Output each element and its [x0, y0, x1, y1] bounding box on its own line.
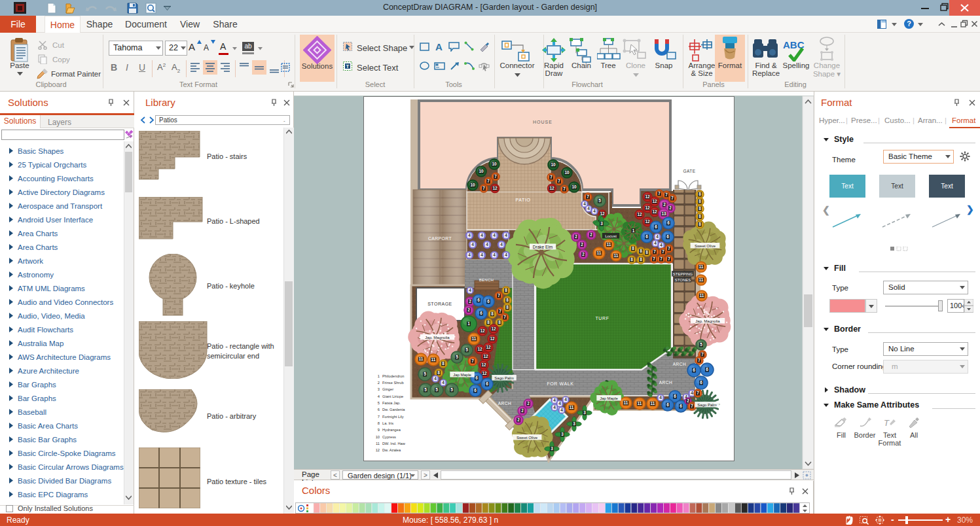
svg-text:5: 5: [424, 387, 427, 392]
svg-text:2: 2: [467, 307, 470, 312]
svg-text:7: 7: [662, 249, 664, 254]
svg-text:TURF: TURF: [595, 316, 609, 321]
svg-text:8: 8: [505, 288, 507, 292]
svg-text:11: 11: [431, 357, 436, 362]
svg-text:12: 12: [486, 345, 491, 349]
svg-text:6: 6: [693, 368, 695, 372]
svg-text:6: 6: [486, 381, 488, 386]
svg-text:Jap. Magnolia: Jap. Magnolia: [425, 336, 450, 340]
svg-text:Sweet Olive: Sweet Olive: [695, 244, 716, 248]
svg-text:8: 8: [630, 257, 633, 262]
svg-text:8: 8: [645, 250, 648, 254]
svg-text:11: 11: [700, 293, 704, 298]
svg-text:8: 8: [699, 199, 701, 203]
svg-text:3: 3: [600, 221, 603, 226]
svg-text:4: 4: [505, 233, 507, 237]
svg-text:Dw. Azalea: Dw. Azalea: [382, 448, 401, 452]
svg-text:12: 12: [480, 328, 485, 333]
svg-text:1: 1: [378, 374, 380, 378]
svg-text:CARPORT: CARPORT: [428, 236, 452, 241]
svg-text:12: 12: [483, 354, 488, 359]
svg-text:7: 7: [499, 309, 501, 313]
svg-text:5: 5: [378, 401, 380, 405]
svg-text:9: 9: [378, 428, 380, 432]
svg-text:7: 7: [653, 249, 656, 254]
svg-text:Frinse Shrub: Frinse Shrub: [382, 381, 404, 385]
svg-text:6: 6: [475, 376, 478, 380]
svg-text:8: 8: [699, 206, 701, 211]
svg-text:FOR WALK: FOR WALK: [547, 381, 573, 386]
svg-text:Locust: Locust: [605, 234, 617, 238]
svg-text:Fortnight Lily: Fortnight Lily: [382, 415, 404, 419]
svg-text:7: 7: [698, 358, 700, 362]
svg-text:Dw. Gardenia: Dw. Gardenia: [382, 408, 405, 412]
svg-text:4: 4: [468, 233, 471, 237]
svg-text:6: 6: [700, 380, 702, 385]
svg-text:T: T: [884, 418, 890, 428]
svg-text:Fatsia Jap.: Fatsia Jap.: [382, 401, 401, 405]
svg-text:8: 8: [506, 298, 509, 302]
svg-text:12: 12: [492, 186, 498, 190]
svg-text:3: 3: [583, 410, 586, 415]
svg-text:Giant Liriope: Giant Liriope: [382, 394, 403, 398]
svg-text:8: 8: [437, 370, 440, 375]
svg-text:4: 4: [560, 408, 563, 412]
svg-text:PATIO: PATIO: [516, 198, 531, 202]
svg-text:DW. Ind. Haw: DW. Ind. Haw: [382, 442, 406, 446]
svg-text:6: 6: [674, 394, 676, 398]
svg-text:4: 4: [583, 202, 586, 206]
svg-text:7: 7: [658, 191, 661, 196]
svg-text:11: 11: [607, 242, 611, 247]
svg-text:11: 11: [651, 401, 655, 406]
svg-text:2: 2: [517, 417, 520, 422]
svg-text:8: 8: [491, 311, 494, 316]
svg-text:5: 5: [450, 387, 453, 392]
svg-text:7: 7: [550, 175, 553, 179]
svg-text:10: 10: [551, 162, 556, 167]
svg-text:6: 6: [645, 234, 648, 239]
svg-text:13: 13: [661, 211, 666, 216]
svg-text:7: 7: [668, 246, 670, 251]
svg-text:7: 7: [498, 293, 500, 298]
svg-text:6: 6: [667, 220, 670, 225]
svg-text:7: 7: [697, 391, 699, 395]
svg-text:10: 10: [376, 435, 380, 439]
svg-text:12: 12: [652, 209, 657, 214]
svg-text:12: 12: [477, 347, 482, 351]
svg-text:2: 2: [669, 205, 672, 210]
svg-text:7: 7: [558, 179, 560, 183]
svg-text:8: 8: [699, 222, 701, 226]
svg-text:T: T: [346, 63, 350, 69]
svg-text:10: 10: [479, 169, 484, 173]
svg-text:4: 4: [660, 243, 662, 247]
svg-text:7: 7: [503, 315, 506, 319]
svg-text:STONES: STONES: [675, 278, 691, 282]
svg-text:8: 8: [640, 257, 642, 262]
svg-text:6: 6: [477, 298, 480, 302]
svg-text:12: 12: [490, 336, 495, 341]
svg-text:4: 4: [442, 380, 445, 385]
svg-text:2: 2: [521, 408, 524, 413]
svg-text:8: 8: [632, 246, 634, 251]
svg-text:2: 2: [663, 202, 666, 207]
svg-text:4: 4: [691, 391, 693, 395]
svg-text:2: 2: [581, 242, 583, 247]
svg-text:5: 5: [424, 372, 426, 376]
svg-text:6: 6: [706, 367, 708, 372]
svg-text:2: 2: [575, 234, 577, 239]
svg-text:4: 4: [378, 394, 380, 398]
svg-text:4: 4: [493, 233, 496, 237]
svg-text:10: 10: [564, 170, 570, 175]
svg-text:10: 10: [492, 162, 497, 166]
svg-text:STORAGE: STORAGE: [427, 302, 452, 306]
svg-text:ARCH: ARCH: [673, 362, 686, 366]
svg-text:4: 4: [659, 395, 662, 400]
svg-text:7: 7: [691, 404, 693, 408]
svg-text:4: 4: [481, 253, 483, 257]
svg-text:Sago Palm: Sago Palm: [697, 403, 716, 407]
svg-text:6: 6: [474, 388, 477, 393]
svg-text:6: 6: [666, 402, 669, 407]
svg-text:1: 1: [632, 228, 635, 233]
svg-text:11: 11: [597, 251, 602, 255]
svg-text:4: 4: [593, 209, 596, 213]
